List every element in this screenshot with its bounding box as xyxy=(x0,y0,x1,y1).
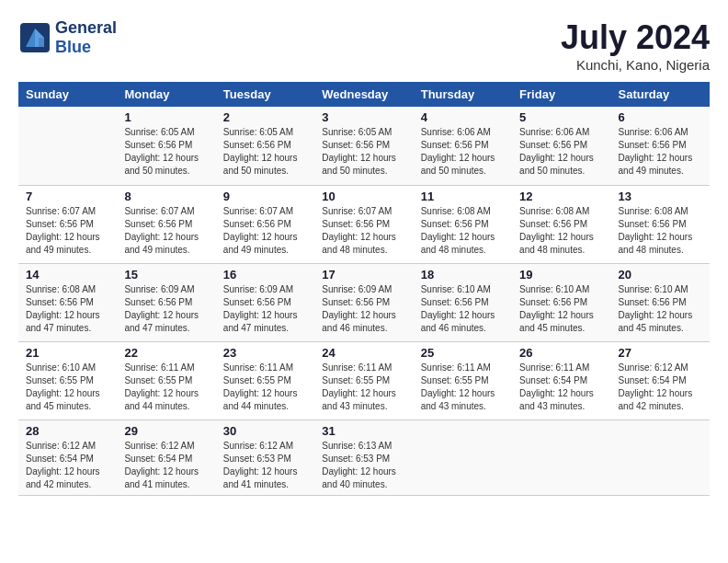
day-header-tuesday: Tuesday xyxy=(216,82,314,107)
month-title: July 2024 xyxy=(561,18,710,57)
day-info: Sunrise: 6:05 AM Sunset: 6:56 PM Dayligh… xyxy=(322,126,405,178)
day-number: 1 xyxy=(124,110,208,124)
calendar-cell: 1Sunrise: 6:05 AM Sunset: 6:56 PM Daylig… xyxy=(117,107,215,185)
day-info: Sunrise: 6:10 AM Sunset: 6:56 PM Dayligh… xyxy=(421,283,505,335)
week-row-3: 14Sunrise: 6:08 AM Sunset: 6:56 PM Dayli… xyxy=(18,263,710,341)
calendar-cell: 21Sunrise: 6:10 AM Sunset: 6:55 PM Dayli… xyxy=(18,341,117,419)
logo: General Blue xyxy=(18,18,117,57)
day-header-thursday: Thursday xyxy=(414,82,512,107)
day-number: 20 xyxy=(619,268,702,282)
day-number: 25 xyxy=(421,346,505,360)
day-header-wednesday: Wednesday xyxy=(314,82,413,107)
day-number: 24 xyxy=(322,346,405,360)
day-number: 30 xyxy=(223,424,307,438)
day-number: 4 xyxy=(421,110,505,124)
page-header: General Blue July 2024 Kunchi, Kano, Nig… xyxy=(18,18,710,73)
week-row-4: 21Sunrise: 6:10 AM Sunset: 6:55 PM Dayli… xyxy=(18,341,710,419)
day-number: 18 xyxy=(421,268,505,282)
day-number: 13 xyxy=(619,190,702,203)
logo-icon xyxy=(18,21,51,54)
day-header-monday: Monday xyxy=(117,82,215,107)
calendar-cell: 3Sunrise: 6:05 AM Sunset: 6:56 PM Daylig… xyxy=(314,107,413,185)
calendar-cell: 14Sunrise: 6:08 AM Sunset: 6:56 PM Dayli… xyxy=(18,263,117,341)
day-header-friday: Friday xyxy=(512,82,610,107)
calendar-cell: 2Sunrise: 6:05 AM Sunset: 6:56 PM Daylig… xyxy=(216,107,314,185)
day-number: 3 xyxy=(322,110,405,124)
calendar-table: SundayMondayTuesdayWednesdayThursdayFrid… xyxy=(18,82,710,496)
day-number: 6 xyxy=(619,110,702,124)
calendar-cell: 15Sunrise: 6:09 AM Sunset: 6:56 PM Dayli… xyxy=(117,263,215,341)
day-number: 27 xyxy=(619,346,702,360)
calendar-cell: 18Sunrise: 6:10 AM Sunset: 6:56 PM Dayli… xyxy=(414,263,512,341)
logo-text: General Blue xyxy=(55,18,117,57)
day-number: 16 xyxy=(223,268,307,282)
calendar-cell xyxy=(512,419,610,495)
day-info: Sunrise: 6:11 AM Sunset: 6:54 PM Dayligh… xyxy=(519,362,603,413)
day-info: Sunrise: 6:08 AM Sunset: 6:56 PM Dayligh… xyxy=(26,283,109,335)
week-row-2: 7Sunrise: 6:07 AM Sunset: 6:56 PM Daylig… xyxy=(18,185,710,263)
day-number: 19 xyxy=(519,268,603,282)
day-info: Sunrise: 6:06 AM Sunset: 6:56 PM Dayligh… xyxy=(421,126,505,178)
day-info: Sunrise: 6:12 AM Sunset: 6:54 PM Dayligh… xyxy=(26,440,109,491)
day-info: Sunrise: 6:07 AM Sunset: 6:56 PM Dayligh… xyxy=(223,205,307,257)
calendar-cell: 10Sunrise: 6:07 AM Sunset: 6:56 PM Dayli… xyxy=(314,185,413,263)
day-number: 8 xyxy=(124,190,208,203)
calendar-cell: 4Sunrise: 6:06 AM Sunset: 6:56 PM Daylig… xyxy=(414,107,512,185)
day-info: Sunrise: 6:07 AM Sunset: 6:56 PM Dayligh… xyxy=(322,205,405,257)
calendar-header: SundayMondayTuesdayWednesdayThursdayFrid… xyxy=(18,82,710,107)
calendar-cell: 29Sunrise: 6:12 AM Sunset: 6:54 PM Dayli… xyxy=(117,419,215,495)
day-number: 31 xyxy=(322,424,405,438)
day-number: 11 xyxy=(421,190,505,203)
calendar-cell: 6Sunrise: 6:06 AM Sunset: 6:56 PM Daylig… xyxy=(611,107,710,185)
calendar-cell: 30Sunrise: 6:12 AM Sunset: 6:53 PM Dayli… xyxy=(216,419,314,495)
calendar-cell: 26Sunrise: 6:11 AM Sunset: 6:54 PM Dayli… xyxy=(512,341,610,419)
day-number: 14 xyxy=(26,268,109,282)
day-info: Sunrise: 6:12 AM Sunset: 6:54 PM Dayligh… xyxy=(619,362,702,413)
day-info: Sunrise: 6:11 AM Sunset: 6:55 PM Dayligh… xyxy=(322,362,405,413)
day-info: Sunrise: 6:07 AM Sunset: 6:56 PM Dayligh… xyxy=(26,205,109,257)
location: Kunchi, Kano, Nigeria xyxy=(561,57,710,73)
day-number: 5 xyxy=(519,110,603,124)
day-info: Sunrise: 6:11 AM Sunset: 6:55 PM Dayligh… xyxy=(421,362,505,413)
day-info: Sunrise: 6:11 AM Sunset: 6:55 PM Dayligh… xyxy=(124,362,208,413)
day-number: 7 xyxy=(26,190,109,203)
day-header-sunday: Sunday xyxy=(18,82,117,107)
day-number: 21 xyxy=(26,346,109,360)
calendar-cell xyxy=(414,419,512,495)
calendar-cell: 16Sunrise: 6:09 AM Sunset: 6:56 PM Dayli… xyxy=(216,263,314,341)
calendar-cell: 8Sunrise: 6:07 AM Sunset: 6:56 PM Daylig… xyxy=(117,185,215,263)
calendar-cell: 13Sunrise: 6:08 AM Sunset: 6:56 PM Dayli… xyxy=(611,185,710,263)
calendar-cell xyxy=(611,419,710,495)
calendar-cell: 17Sunrise: 6:09 AM Sunset: 6:56 PM Dayli… xyxy=(314,263,413,341)
calendar-cell: 12Sunrise: 6:08 AM Sunset: 6:56 PM Dayli… xyxy=(512,185,610,263)
calendar-cell: 22Sunrise: 6:11 AM Sunset: 6:55 PM Dayli… xyxy=(117,341,215,419)
calendar-cell: 25Sunrise: 6:11 AM Sunset: 6:55 PM Dayli… xyxy=(414,341,512,419)
calendar-cell: 31Sunrise: 6:13 AM Sunset: 6:53 PM Dayli… xyxy=(314,419,413,495)
day-number: 10 xyxy=(322,190,405,203)
week-row-5: 28Sunrise: 6:12 AM Sunset: 6:54 PM Dayli… xyxy=(18,419,710,495)
day-info: Sunrise: 6:08 AM Sunset: 6:56 PM Dayligh… xyxy=(619,205,702,257)
calendar-cell xyxy=(18,107,117,185)
day-info: Sunrise: 6:12 AM Sunset: 6:53 PM Dayligh… xyxy=(223,440,307,491)
day-info: Sunrise: 6:07 AM Sunset: 6:56 PM Dayligh… xyxy=(124,205,208,257)
calendar-cell: 7Sunrise: 6:07 AM Sunset: 6:56 PM Daylig… xyxy=(18,185,117,263)
day-header-saturday: Saturday xyxy=(611,82,710,107)
day-info: Sunrise: 6:09 AM Sunset: 6:56 PM Dayligh… xyxy=(322,283,405,335)
day-info: Sunrise: 6:05 AM Sunset: 6:56 PM Dayligh… xyxy=(223,126,307,178)
day-number: 15 xyxy=(124,268,208,282)
day-info: Sunrise: 6:06 AM Sunset: 6:56 PM Dayligh… xyxy=(519,126,603,178)
day-info: Sunrise: 6:06 AM Sunset: 6:56 PM Dayligh… xyxy=(619,126,702,178)
calendar-cell: 20Sunrise: 6:10 AM Sunset: 6:56 PM Dayli… xyxy=(611,263,710,341)
day-number: 23 xyxy=(223,346,307,360)
day-number: 29 xyxy=(124,424,208,438)
day-number: 2 xyxy=(223,110,307,124)
day-number: 26 xyxy=(519,346,603,360)
week-row-1: 1Sunrise: 6:05 AM Sunset: 6:56 PM Daylig… xyxy=(18,107,710,185)
day-info: Sunrise: 6:10 AM Sunset: 6:56 PM Dayligh… xyxy=(519,283,603,335)
calendar-cell: 19Sunrise: 6:10 AM Sunset: 6:56 PM Dayli… xyxy=(512,263,610,341)
day-number: 28 xyxy=(26,424,109,438)
day-info: Sunrise: 6:10 AM Sunset: 6:56 PM Dayligh… xyxy=(619,283,702,335)
day-number: 9 xyxy=(223,190,307,203)
calendar-cell: 27Sunrise: 6:12 AM Sunset: 6:54 PM Dayli… xyxy=(611,341,710,419)
day-info: Sunrise: 6:11 AM Sunset: 6:55 PM Dayligh… xyxy=(223,362,307,413)
